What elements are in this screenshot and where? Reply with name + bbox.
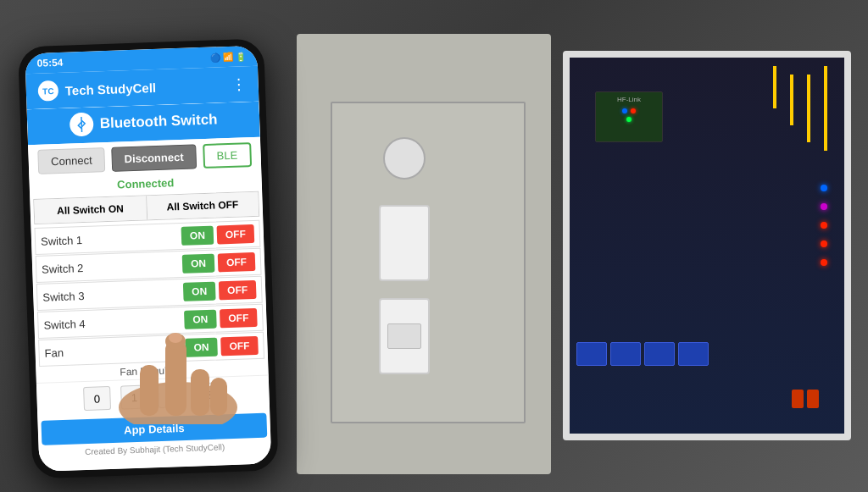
switch-box — [331, 102, 526, 423]
hf-label: HF-Link — [596, 96, 662, 103]
connect-button[interactable]: Connect — [38, 147, 105, 174]
bluetooth-icon — [69, 113, 93, 137]
svg-rect-2 — [140, 365, 159, 416]
app-menu-icon[interactable]: ⋮ — [231, 75, 247, 94]
all-switch-off-button[interactable]: All Switch OFF — [147, 192, 259, 220]
led-red-right-3 — [821, 259, 827, 266]
svg-rect-1 — [165, 340, 186, 416]
relay-3 — [644, 342, 675, 366]
hand-overlay — [85, 272, 271, 424]
led-blue-1 — [622, 108, 627, 113]
circuit-inner: HF-Link — [570, 58, 844, 434]
relay-2 — [610, 342, 641, 366]
disconnect-button[interactable]: Disconnect — [111, 144, 197, 171]
signal-icon: 📶 — [222, 52, 232, 61]
switch-1-label: Switch 1 — [41, 229, 181, 247]
wire-2 — [790, 75, 793, 125]
status-icons: 🔵 📶 🔋 — [209, 52, 245, 62]
led-red-right-1 — [821, 222, 827, 229]
hf-link-module: HF-Link — [595, 91, 663, 142]
capacitors — [792, 390, 819, 408]
switch-1-on[interactable]: ON — [181, 226, 214, 246]
app-logo: TC — [37, 80, 58, 102]
battery-icon: 🔋 — [235, 52, 245, 61]
led-blue-right-1 — [821, 185, 827, 191]
switch-2-off[interactable]: OFF — [218, 252, 256, 273]
status-time: 05:54 — [36, 57, 63, 69]
wire-3 — [824, 66, 827, 151]
wall-switch-knob — [383, 137, 426, 180]
wall-switch-2 — [379, 298, 430, 374]
relay-4 — [678, 342, 709, 366]
svg-point-6 — [169, 333, 182, 343]
switch-2-on[interactable]: ON — [182, 254, 215, 274]
wire-1 — [807, 75, 810, 142]
switch-1-off[interactable]: OFF — [217, 224, 255, 245]
cap-1 — [792, 390, 804, 408]
svg-rect-4 — [210, 378, 227, 416]
app-logo-text: TC — [42, 86, 54, 96]
wall-switch-1 — [379, 205, 430, 281]
cap-2 — [807, 390, 819, 408]
circuit-board: HF-Link — [563, 51, 851, 440]
bt-icon-status: 🔵 — [209, 53, 220, 62]
svg-rect-3 — [191, 369, 209, 416]
leds-panel — [821, 185, 827, 266]
led-red-1 — [631, 108, 636, 113]
all-switch-on-button[interactable]: All Switch ON — [34, 196, 147, 224]
wire-4 — [773, 66, 776, 108]
led-purple-1 — [821, 203, 827, 210]
app-title: Tech StudyCell — [65, 80, 157, 97]
bt-screen-title: Bluetooth Switch — [99, 111, 217, 132]
ble-button[interactable]: BLE — [203, 142, 252, 169]
led-green-1 — [626, 117, 632, 122]
led-red-right-2 — [821, 240, 827, 247]
relay-row — [576, 342, 709, 366]
relay-1 — [576, 342, 607, 366]
